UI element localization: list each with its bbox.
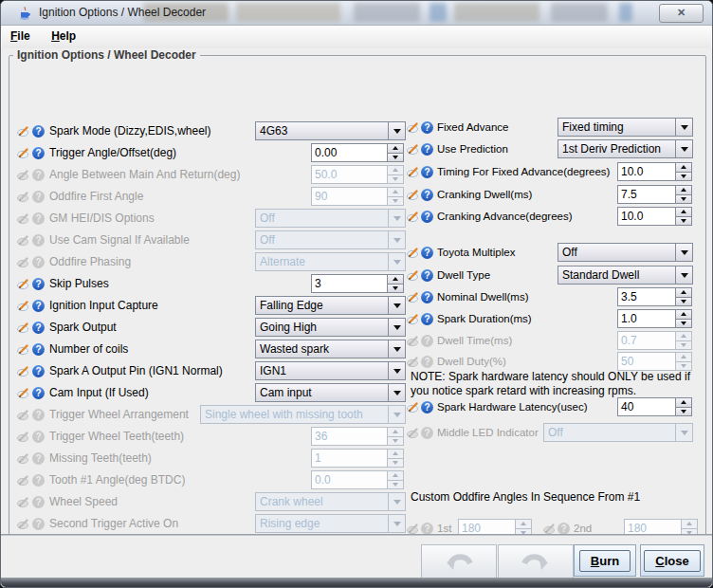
undo-icon — [444, 551, 474, 572]
arrow-up-icon — [686, 522, 692, 525]
help-icon[interactable]: ? — [421, 247, 433, 259]
menu-help[interactable]: Help — [43, 26, 84, 43]
dwell-type-combo[interactable]: Standard Dwell — [558, 266, 693, 285]
spark-hardware-latency-usec-spinner[interactable]: 40 — [617, 397, 692, 416]
edit-pencil-icon — [407, 166, 420, 178]
close-button-label: Close — [644, 550, 700, 572]
use-prediction-combo[interactable]: 1st Deriv Prediction — [558, 139, 693, 158]
tooth-1-angle-deg-btdc-spinner: 0.0 — [311, 470, 404, 489]
help-icon[interactable]: ? — [421, 143, 433, 156]
background-blur-blob — [454, 3, 539, 22]
combo-dropdown-button — [675, 424, 692, 441]
toyota-multiplex-label: Toyota Multiplex — [437, 243, 515, 263]
note-line-1: NOTE: Spark hardware latency should ONLY… — [411, 370, 703, 384]
burn-label-rest: urn — [599, 554, 619, 568]
fixed-advance-combo[interactable]: Fixed timing — [558, 118, 693, 137]
arrow-down-icon — [681, 197, 686, 201]
spark-hardware-latency-usec-row: ? Spark Hardware Latency(usec) 40 — [1, 397, 712, 417]
combo-dropdown-button[interactable] — [675, 244, 692, 261]
window-title: Ignition Options / Wheel Decoder — [39, 6, 206, 19]
combo-dropdown-button[interactable] — [675, 266, 692, 284]
spinner-value: 0.0 — [311, 470, 388, 489]
edit-pencil-icon — [407, 247, 420, 259]
note-line-2: you notice spark retard with increasing … — [411, 384, 703, 398]
cranking-advance-degrees-row: ? Cranking Advance(degrees) 10.0 — [1, 207, 712, 227]
spark-duration-ms-label: Spark Duration(ms) — [437, 309, 532, 329]
arrow-down-icon — [393, 461, 398, 465]
spinner-down-button[interactable] — [675, 297, 692, 307]
burn-button[interactable]: Burn — [574, 544, 636, 577]
combo-dropdown-button[interactable] — [675, 140, 692, 157]
note-text: NOTE: Spark hardware latency should ONLY… — [411, 370, 703, 398]
spinner-down-button[interactable] — [675, 407, 692, 417]
edit-pencil-icon — [407, 189, 420, 201]
combo-value: Fixed timing — [558, 119, 675, 136]
timing-for-fixed-advance-degrees-spinner[interactable]: 10.0 — [617, 162, 692, 181]
menu-file-label: ile — [17, 29, 29, 43]
spinner-down-button[interactable] — [675, 194, 692, 205]
spinner-down-button[interactable] — [675, 319, 692, 329]
nominal-dwell-ms-row: ? Nominal Dwell(ms) 3.5 — [1, 287, 712, 307]
help-icon[interactable]: ? — [421, 166, 433, 178]
edit-pencil-icon — [407, 401, 420, 413]
use-prediction-row: ? Use Prediction 1st Deriv Prediction — [1, 139, 712, 159]
cranking-dwell-ms-spinner[interactable]: 7.5 — [617, 185, 692, 204]
chevron-down-icon — [393, 238, 401, 243]
title-bar: Ignition Options / Wheel Decoder ✕ — [1, 1, 712, 26]
spinner-buttons — [675, 352, 692, 371]
help-icon[interactable]: ? — [421, 291, 433, 303]
menu-help-mnemonic: H — [51, 29, 60, 43]
group-box-title: Ignition Options / Wheel Decoder — [13, 48, 200, 62]
background-blur-blob — [354, 3, 420, 22]
background-blur-blob — [551, 3, 608, 22]
edit-pencil-icon — [407, 211, 420, 223]
combo-value: Standard Dwell — [558, 266, 675, 284]
dialog-window: Ignition Options / Wheel Decoder ✕ File … — [0, 0, 713, 588]
arrow-down-icon — [681, 410, 686, 413]
menu-file[interactable]: File — [2, 26, 39, 43]
help-icon[interactable]: ? — [421, 121, 433, 134]
help-icon[interactable]: ? — [421, 189, 433, 201]
dwell-time-ms-spinner: 0.7 — [617, 331, 692, 350]
spinner-buttons — [675, 185, 692, 204]
spark-duration-ms-spinner[interactable]: 1.0 — [617, 309, 692, 328]
close-button[interactable]: Close — [640, 544, 704, 577]
help-icon[interactable]: ? — [421, 211, 433, 223]
spinner-buttons — [387, 449, 404, 468]
background-blur-blob — [619, 3, 632, 22]
help-icon[interactable]: ? — [421, 313, 433, 325]
combo-dropdown-button[interactable] — [675, 119, 692, 136]
chevron-down-icon — [393, 500, 401, 505]
arrow-up-icon — [681, 210, 686, 213]
arrow-up-icon — [681, 312, 686, 316]
help-icon: ? — [421, 356, 433, 368]
arrow-up-icon — [681, 334, 686, 338]
close-icon: ✕ — [677, 7, 686, 18]
combo-value: Off — [544, 424, 675, 441]
close-mnemonic: C — [655, 554, 664, 568]
oddfire-section-header: Custom Oddfire Angles In Sequence From #… — [411, 490, 640, 504]
chevron-down-icon — [681, 125, 688, 130]
missing-teeth-teeth-spinner: 1 — [311, 449, 404, 468]
combo-dropdown-button — [388, 493, 405, 510]
help-icon: ? — [32, 452, 45, 465]
spark-duration-ms-row: ? Spark Duration(ms) 1.0 — [1, 309, 712, 329]
window-close-button[interactable]: ✕ — [659, 4, 704, 23]
spinner-down-button[interactable] — [675, 172, 692, 182]
use-prediction-label: Use Prediction — [437, 139, 508, 159]
spinner-value: 7.5 — [617, 185, 676, 204]
spinner-buttons — [675, 397, 692, 416]
help-icon: ? — [421, 427, 433, 439]
edit-pencil-icon — [407, 335, 420, 347]
help-icon[interactable]: ? — [421, 401, 433, 413]
help-icon[interactable]: ? — [421, 269, 433, 282]
menu-help-label: elp — [60, 29, 76, 43]
nominal-dwell-ms-spinner[interactable]: 3.5 — [617, 287, 692, 306]
spinner-down-button[interactable] — [675, 216, 692, 227]
cranking-advance-degrees-spinner[interactable]: 10.0 — [617, 207, 692, 226]
spinner-value: 3.5 — [617, 287, 676, 306]
tooth-1-angle-deg-btdc-label: Tooth #1 Angle(deg BTDC) — [49, 470, 185, 490]
spinner-value: 10.0 — [617, 207, 676, 226]
arrow-up-icon — [681, 400, 686, 404]
toyota-multiplex-combo[interactable]: Off — [558, 243, 693, 262]
